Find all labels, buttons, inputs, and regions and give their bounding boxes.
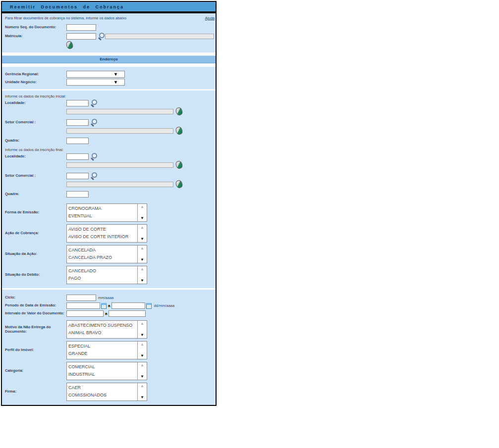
localidade-final-input[interactable] <box>66 153 89 160</box>
search-icon[interactable] <box>90 119 98 126</box>
calendar-icon[interactable] <box>146 303 152 309</box>
list-option[interactable]: AVISO DE CORTE INTERIOR <box>68 233 137 241</box>
scroll-up-icon[interactable]: ▲ <box>140 205 144 209</box>
ciclo-input[interactable] <box>66 295 96 301</box>
situacao-acao-listbox[interactable]: CANCELADA CANCELADA PRAZO ▲ ▼ <box>66 245 147 263</box>
row-setor-final: Setor Comercial : <box>2 172 216 180</box>
unidade-negocio-select[interactable]: ▼ <box>66 79 125 86</box>
row-situacao-acao: Situação da Ação: CANCELADA CANCELADA PR… <box>2 245 216 263</box>
scroll-up-icon[interactable]: ▲ <box>140 247 144 250</box>
reemitir-documentos-window: Reemitir Documentos de Cobrança Para fil… <box>1 1 217 406</box>
gerencia-regional-select[interactable]: ▼ <box>66 71 125 78</box>
calendar-icon[interactable] <box>101 303 107 309</box>
scroll-down-icon[interactable]: ▼ <box>140 258 144 262</box>
motivo-nao-entrega-listbox[interactable]: ABASTECIMENTO SUSPENSO ANIMAL BRAVO ▲ ▼ <box>66 320 147 339</box>
situacao-debito-listbox[interactable]: CANCELADO PAGO ▲ ▼ <box>66 266 147 284</box>
scroll-up-icon[interactable]: ▲ <box>140 267 144 271</box>
list-option[interactable]: CANCELADA <box>68 247 137 254</box>
setor-final-input[interactable] <box>66 173 89 179</box>
list-option[interactable]: GRANDE <box>68 350 137 357</box>
eraser-icon[interactable] <box>65 40 74 50</box>
numero-seq-input[interactable] <box>66 24 96 31</box>
list-option[interactable]: PAGO <box>68 275 137 282</box>
listbox-scrollbar[interactable]: ▲ ▼ <box>137 225 147 242</box>
quadra-final-label: Quadra: <box>5 192 66 197</box>
perfil-imovel-listbox[interactable]: ESPECIAL GRANDE ▲ ▼ <box>66 341 147 359</box>
row-gerencia-regional: Gerência Regional: ▼ <box>2 71 216 78</box>
eraser-icon[interactable] <box>175 160 183 169</box>
acao-cobranca-listbox[interactable]: AVISO DE CORTE AVISO DE CORTE INTERIOR ▲… <box>66 224 147 243</box>
listbox-scrollbar[interactable]: ▲ ▼ <box>137 362 147 380</box>
intervalo-valor-min-input[interactable] <box>66 310 104 317</box>
list-option[interactable]: CRONOGRAMA <box>68 205 137 212</box>
matricula-input[interactable] <box>66 33 96 40</box>
scroll-up-icon[interactable]: ▲ <box>140 343 144 347</box>
eraser-icon[interactable] <box>175 126 183 135</box>
firma-listbox[interactable]: CAER COMISSIONADOS ▲ ▼ <box>66 383 147 401</box>
search-icon[interactable] <box>90 153 98 160</box>
list-option[interactable]: AVISO DE CORTE <box>68 226 137 233</box>
eraser-icon[interactable] <box>175 179 183 189</box>
scroll-down-icon[interactable]: ▼ <box>140 333 144 337</box>
scroll-down-icon[interactable]: ▼ <box>140 279 144 283</box>
listbox-scrollbar[interactable]: ▲ ▼ <box>137 204 147 221</box>
categoria-listbox[interactable]: COMERCIAL INDUSTRIAL ▲ ▼ <box>66 362 147 380</box>
page-title: Reemitir Documentos de Cobrança <box>10 4 124 9</box>
list-option[interactable]: CAER <box>68 384 137 392</box>
list-option[interactable]: ANIMAL BRAVO <box>68 329 137 337</box>
setor-inicial-label: Setor Comercial : <box>5 120 66 125</box>
scroll-up-icon[interactable]: ▲ <box>140 384 144 388</box>
perfil-imovel-label: Perfil do Imóvel: <box>5 348 66 352</box>
list-option[interactable]: CANCELADO <box>68 267 137 275</box>
forma-emissao-listbox[interactable]: CRONOGRAMA EVENTUAL ▲ ▼ <box>66 203 147 222</box>
row-motivo-nao-entrega: Motivo da Não Entrega do Documento: ABAS… <box>2 320 216 339</box>
list-option[interactable]: ESPECIAL <box>68 343 137 350</box>
list-option[interactable]: ABASTECIMENTO SUSPENSO <box>68 322 137 329</box>
chevron-down-icon[interactable]: ▼ <box>113 71 118 77</box>
setor-inicial-input[interactable] <box>66 119 89 126</box>
list-option[interactable]: CANCELADA PRAZO <box>68 254 137 261</box>
scroll-down-icon[interactable]: ▼ <box>140 237 144 241</box>
scroll-up-icon[interactable]: ▲ <box>140 226 144 230</box>
endereco-section: Gerência Regional: ▼ Unidade Negócio: ▼ <box>2 67 216 89</box>
localidade-inicial-input[interactable] <box>66 100 89 106</box>
search-icon[interactable] <box>90 100 98 107</box>
list-option[interactable]: COMERCIAL <box>68 363 137 371</box>
acao-cobranca-label: Ação de Cobrança: <box>5 231 66 236</box>
chevron-down-icon[interactable]: ▼ <box>113 79 118 85</box>
intro-text: Para filtrar documentos de cobrança no s… <box>5 16 126 20</box>
gerencia-regional-label: Gerência Regional: <box>5 72 66 77</box>
row-firma: Firma: CAER COMISSIONADOS ▲ ▼ <box>2 383 216 401</box>
periodo-inicio-input[interactable] <box>66 302 100 309</box>
listbox-scrollbar[interactable]: ▲ ▼ <box>137 266 147 284</box>
list-option[interactable]: INDUSTRIAL <box>68 371 137 378</box>
search-icon[interactable] <box>98 33 105 40</box>
listbox-scrollbar[interactable]: ▲ ▼ <box>137 383 147 400</box>
list-option[interactable]: COMISSIONADOS <box>68 392 137 399</box>
intervalo-valor-max-input[interactable] <box>109 310 146 317</box>
scroll-up-icon[interactable]: ▲ <box>140 363 144 367</box>
eraser-icon[interactable] <box>175 106 183 116</box>
help-link[interactable]: Ajuda <box>205 16 215 20</box>
scroll-down-icon[interactable]: ▼ <box>140 216 144 220</box>
numero-seq-label: Número Seq. do Documento: <box>5 25 66 30</box>
row-ciclo: Ciclo: mm/aaaa <box>2 295 216 301</box>
inscricao-inicial-heading: Informe os dados da inscrição inicial: <box>2 94 216 99</box>
localidade-final-label: Localidade: <box>5 154 66 159</box>
scroll-down-icon[interactable]: ▼ <box>140 375 144 379</box>
listbox-scrollbar[interactable]: ▲ ▼ <box>137 246 147 263</box>
scroll-up-icon[interactable]: ▲ <box>140 322 144 326</box>
window-titlebar: Reemitir Documentos de Cobrança <box>2 2 216 13</box>
inscricao-section: Informe os dados da inscrição inicial: L… <box>2 94 216 288</box>
listbox-scrollbar[interactable]: ▲ ▼ <box>137 342 147 359</box>
periodo-fim-input[interactable] <box>111 302 145 309</box>
listbox-scrollbar[interactable]: ▲ ▼ <box>137 321 147 338</box>
row-numero-seq: Número Seq. do Documento: <box>2 24 216 31</box>
scroll-down-icon[interactable]: ▼ <box>140 354 144 358</box>
search-icon[interactable] <box>90 172 98 180</box>
quadra-inicial-input[interactable] <box>66 138 89 144</box>
endereco-section-header: Endereço <box>2 55 216 63</box>
list-option[interactable]: EVENTUAL <box>68 212 137 220</box>
quadra-final-input[interactable] <box>66 191 89 198</box>
scroll-down-icon[interactable]: ▼ <box>140 396 144 399</box>
